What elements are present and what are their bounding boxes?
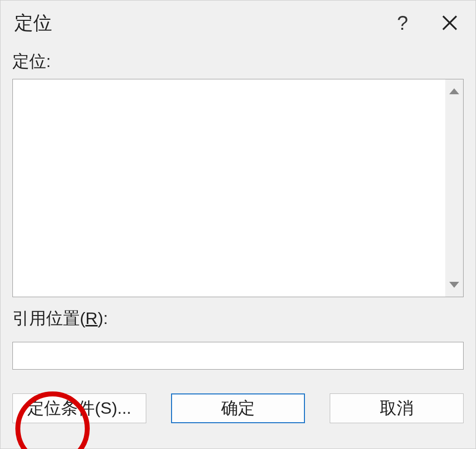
dialog-titlebar: 定位 ? <box>0 0 476 45</box>
listbox-scrollbar[interactable] <box>445 79 463 297</box>
dialog-title: 定位 <box>14 10 52 36</box>
reference-label-key: R <box>85 309 98 327</box>
close-icon <box>441 14 459 32</box>
dialog-body: 定位: 引用位置(R): 定位条件(S)... 确定 取消 <box>0 45 476 423</box>
ok-button[interactable]: 确定 <box>171 393 305 423</box>
scroll-up-icon <box>449 88 459 94</box>
reference-section: 引用位置(R): <box>12 307 464 370</box>
special-button[interactable]: 定位条件(S)... <box>12 393 146 423</box>
close-button[interactable] <box>438 11 462 35</box>
goto-listbox[interactable] <box>12 79 464 297</box>
goto-dialog: 定位 ? 定位: 引用位置(R): 定位条件(S) <box>0 0 476 449</box>
titlebar-buttons: ? <box>397 11 462 35</box>
help-button[interactable]: ? <box>397 13 408 33</box>
reference-label-suffix: ): <box>98 309 108 327</box>
reference-label: 引用位置(R): <box>12 307 464 330</box>
goto-label: 定位: <box>12 50 464 73</box>
reference-input[interactable] <box>12 342 464 370</box>
scroll-down-icon <box>449 282 459 288</box>
reference-label-prefix: 引用位置( <box>12 309 85 327</box>
cancel-button[interactable]: 取消 <box>330 393 464 423</box>
dialog-button-row: 定位条件(S)... 确定 取消 <box>12 393 464 423</box>
